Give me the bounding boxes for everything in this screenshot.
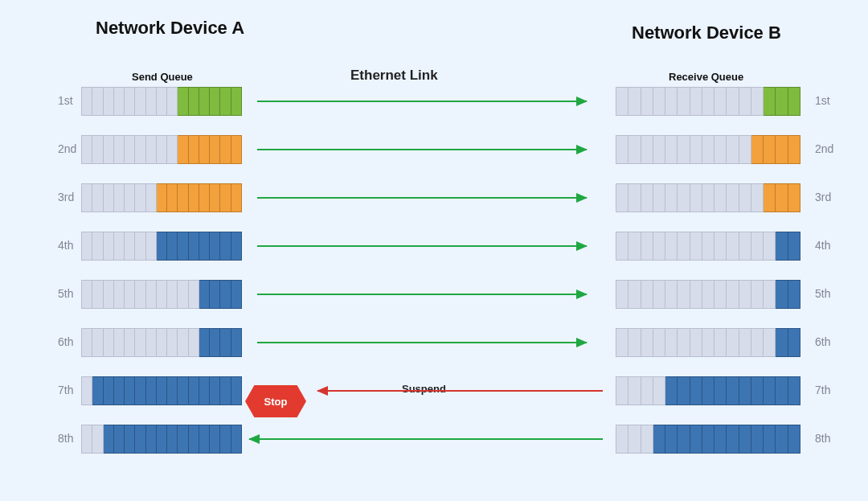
queue-cell <box>135 376 145 405</box>
queue-cell <box>220 87 231 116</box>
queue-cell <box>776 135 788 164</box>
queue-cell <box>104 183 114 212</box>
queue-cell <box>157 328 167 357</box>
receive-queue <box>616 183 800 212</box>
queue-cell <box>641 183 653 212</box>
queue-cell <box>92 232 103 261</box>
queue-cell <box>104 135 114 164</box>
queue-cell <box>189 425 199 454</box>
queue-cell <box>714 87 727 116</box>
queue-cell <box>231 135 242 164</box>
queue-cell <box>199 425 210 454</box>
queue-cell <box>135 87 145 116</box>
queue-cell <box>616 232 628 261</box>
queue-cell <box>210 376 220 405</box>
queue-cell <box>167 135 178 164</box>
queue-cell <box>199 232 210 261</box>
queue-cell <box>727 232 739 261</box>
queue-cell <box>189 183 199 212</box>
queue-cell <box>714 135 727 164</box>
queue-cell <box>81 232 92 261</box>
queue-cell <box>628 183 641 212</box>
data-arrow <box>257 197 587 199</box>
queue-cell <box>125 376 135 405</box>
queue-cell <box>220 232 231 261</box>
queue-cell <box>135 183 145 212</box>
queue-cell <box>788 135 800 164</box>
queue-cell <box>167 376 178 405</box>
queue-cell <box>739 425 751 454</box>
receive-queue <box>616 280 800 309</box>
queue-cell <box>751 328 764 357</box>
queue-cell <box>167 280 178 309</box>
queue-cell <box>776 376 788 405</box>
queue-cell <box>167 328 178 357</box>
queue-cell <box>135 135 145 164</box>
queue-cell <box>114 328 125 357</box>
queue-cell <box>690 425 702 454</box>
queue-cell <box>690 87 702 116</box>
queue-cell <box>727 376 739 405</box>
queue-cell <box>678 87 690 116</box>
queue-cell <box>702 376 714 405</box>
row-label-right: 3rd <box>815 191 831 203</box>
queue-cell <box>641 376 653 405</box>
receive-queue <box>616 328 800 357</box>
queue-cell <box>702 232 714 261</box>
row-label-left: 4th <box>58 239 73 252</box>
queue-cell <box>702 135 714 164</box>
device-a-title: Network Device A <box>96 18 244 39</box>
queue-cell <box>751 280 764 309</box>
queue-cell <box>653 232 665 261</box>
queue-cell <box>178 87 188 116</box>
queue-cell <box>210 425 220 454</box>
queue-cell <box>628 328 641 357</box>
queue-cell <box>146 280 157 309</box>
queue-cell <box>189 135 199 164</box>
queue-cell <box>739 183 751 212</box>
queue-cell <box>178 328 188 357</box>
queue-cell <box>210 280 220 309</box>
queue-cell <box>653 135 665 164</box>
send-queue <box>81 183 242 212</box>
queue-cell <box>178 425 188 454</box>
send-queue-label: Send Queue <box>132 71 193 83</box>
queue-cell <box>220 280 231 309</box>
queue-cell <box>125 328 135 357</box>
ethernet-link-label: Ethernet Link <box>350 68 438 84</box>
queue-cell <box>727 183 739 212</box>
queue-cell <box>702 280 714 309</box>
queue-cell <box>616 376 628 405</box>
queue-cell <box>616 183 628 212</box>
queue-cell <box>199 280 210 309</box>
queue-cell <box>199 376 210 405</box>
queue-cell <box>665 280 678 309</box>
queue-cell <box>210 328 220 357</box>
row-label-left: 5th <box>58 287 73 300</box>
queue-cell <box>739 376 751 405</box>
queue-cell <box>220 135 231 164</box>
queue-cell <box>178 135 188 164</box>
queue-cell <box>641 232 653 261</box>
row-label-left: 8th <box>58 432 73 445</box>
queue-cell <box>665 232 678 261</box>
queue-cell <box>653 183 665 212</box>
queue-cell <box>678 328 690 357</box>
queue-cell <box>653 376 665 405</box>
queue-cell <box>739 328 751 357</box>
queue-cell <box>702 328 714 357</box>
row-label-right: 4th <box>815 239 830 252</box>
queue-cell <box>157 183 167 212</box>
queue-cell <box>739 87 751 116</box>
queue-cell <box>788 425 800 454</box>
queue-cell <box>146 376 157 405</box>
queue-cell <box>114 376 125 405</box>
queue-cell <box>146 135 157 164</box>
row-label-right: 5th <box>815 287 830 300</box>
queue-cell <box>125 87 135 116</box>
queue-cell <box>104 87 114 116</box>
receive-queue <box>616 135 800 164</box>
queue-cell <box>157 87 167 116</box>
queue-cell <box>764 232 776 261</box>
queue-cell <box>690 232 702 261</box>
